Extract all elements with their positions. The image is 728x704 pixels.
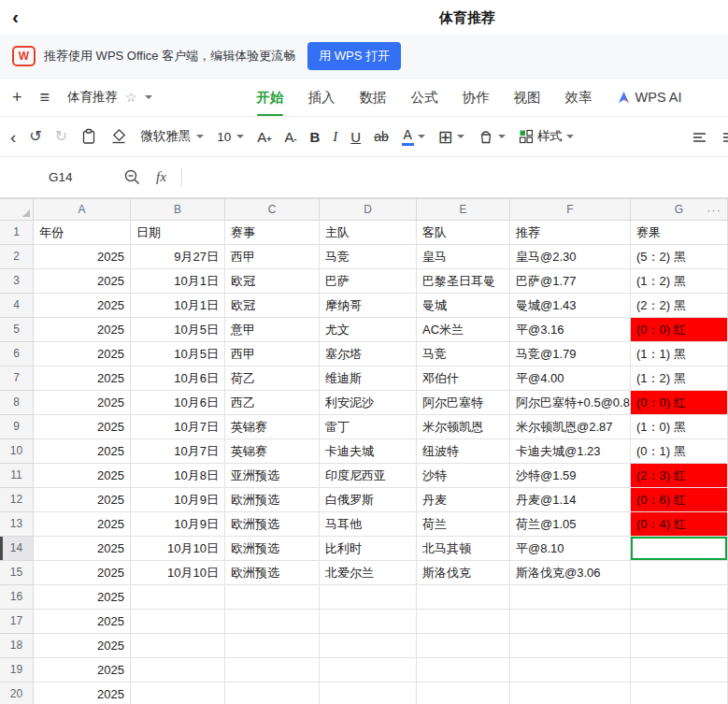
cell-F9[interactable]: 米尔顿凯恩@2.87 [510,415,631,439]
row-number-10[interactable]: 10 [0,439,34,464]
cell-D12[interactable]: 白俄罗斯 [320,488,417,512]
cell-B15[interactable]: 10月10日 [131,561,225,585]
cell-A20[interactable]: 2025 [34,682,131,704]
underline-icon[interactable]: U [350,129,361,145]
cell-E14[interactable]: 北马其顿 [417,537,510,561]
cell-D16[interactable] [320,585,417,610]
clear-format-icon[interactable] [110,128,127,145]
cell-B19[interactable] [131,658,225,682]
fx-icon[interactable]: fx [156,169,166,185]
cell-G15[interactable] [631,561,728,585]
cell-E5[interactable]: AC米兰 [417,318,510,342]
cell-E9[interactable]: 米尔顿凯恩 [417,415,510,439]
cell-A10[interactable]: 2025 [34,439,131,464]
cell-E13[interactable]: 荷兰 [417,512,510,537]
align-vertical-icon[interactable] [721,130,728,145]
cell-C13[interactable]: 欧洲预选 [225,512,320,537]
document-title[interactable]: 体育推荐 [67,89,118,106]
cell-A19[interactable]: 2025 [34,658,131,682]
row-number-8[interactable]: 8 [0,391,34,415]
cell-G6[interactable]: (1：1) 黑 [631,342,728,366]
cell-E4[interactable]: 曼城 [417,294,510,318]
cell-C10[interactable]: 英锦赛 [225,439,320,464]
open-in-wps-button[interactable]: 用 WPS 打开 [307,42,401,70]
cell-A1[interactable]: 年份 [34,221,131,245]
cell-G2[interactable]: (5：2) 黑 [631,245,728,269]
tab-wps-ai[interactable]: WPS AI [617,86,682,108]
row-number-4[interactable]: 4 [0,294,34,318]
cell-C3[interactable]: 欧冠 [225,269,320,294]
cell-G3[interactable]: (1：2) 黑 [631,269,728,294]
cell-G17[interactable] [631,610,728,634]
cell-D4[interactable]: 摩纳哥 [320,294,417,318]
cell-C19[interactable] [225,658,320,682]
cell-G19[interactable] [631,658,728,682]
cell-E16[interactable] [417,585,510,610]
row-number-15[interactable]: 15 [0,561,34,585]
cell-C7[interactable]: 荷乙 [225,366,320,391]
cell-D1[interactable]: 主队 [320,221,417,245]
cell-A7[interactable]: 2025 [34,366,131,391]
cell-E8[interactable]: 阿尔巴塞特 [417,391,510,415]
column-header-a[interactable]: A [34,199,131,221]
cell-F15[interactable]: 斯洛伐克@3.06 [510,561,631,585]
cell-G8[interactable]: (0：0) 红 [631,391,728,415]
cell-A8[interactable]: 2025 [34,391,131,415]
cell-B7[interactable]: 10月6日 [131,366,225,391]
cell-C20[interactable] [225,682,320,704]
cell-E18[interactable] [417,634,510,658]
row-number-3[interactable]: 3 [0,269,34,294]
cell-A11[interactable]: 2025 [34,464,131,488]
tab-view[interactable]: 视图 [514,85,541,110]
cell-D10[interactable]: 卡迪夫城 [320,439,417,464]
row-number-11[interactable]: 11 [0,464,34,488]
decrease-font-icon[interactable]: A- [284,129,296,145]
cell-C15[interactable]: 欧洲预选 [225,561,320,585]
doc-title-chevron-icon[interactable] [145,95,152,99]
cell-B9[interactable]: 10月7日 [131,415,225,439]
column-header-c[interactable]: C [225,199,320,221]
cell-reference[interactable]: G14 [49,170,97,184]
cell-E15[interactable]: 斯洛伐克 [417,561,510,585]
cell-E11[interactable]: 沙特 [417,464,510,488]
cell-D6[interactable]: 塞尔塔 [320,342,417,366]
row-number-14[interactable]: 14 [0,537,34,561]
cell-D11[interactable]: 印度尼西亚 [320,464,417,488]
increase-font-icon[interactable]: A+ [257,129,271,145]
row-number-6[interactable]: 6 [0,342,34,366]
cell-B17[interactable] [131,610,225,634]
cell-A12[interactable]: 2025 [34,488,131,512]
cell-F14[interactable]: 平@8.10 [510,537,631,561]
column-header-f[interactable]: F [510,199,631,221]
cell-B13[interactable]: 10月9日 [131,512,225,537]
cell-G13[interactable]: (0：4) 红 [631,512,728,537]
cell-G1[interactable]: 赛果 [631,221,728,245]
cell-D5[interactable]: 尤文 [320,318,417,342]
cell-B12[interactable]: 10月9日 [131,488,225,512]
new-sheet-icon[interactable]: + [12,88,22,108]
cell-D15[interactable]: 北爱尔兰 [320,561,417,585]
cell-B10[interactable]: 10月7日 [131,439,225,464]
row-number-18[interactable]: 18 [0,634,34,658]
cell-E2[interactable]: 皇马 [417,245,510,269]
cell-F2[interactable]: 皇马@2.30 [510,245,631,269]
cell-B2[interactable]: 9月27日 [131,245,225,269]
cell-D8[interactable]: 利安泥沙 [320,391,417,415]
strikethrough-icon[interactable]: ab [374,129,389,144]
cell-A14[interactable]: 2025 [34,537,131,561]
cell-F3[interactable]: 巴萨@1.77 [510,269,631,294]
cell-B11[interactable]: 10月8日 [131,464,225,488]
cell-E20[interactable] [417,682,510,704]
cell-F1[interactable]: 推荐 [510,221,631,245]
cell-A2[interactable]: 2025 [34,245,131,269]
cell-C12[interactable]: 欧洲预选 [225,488,320,512]
paste-icon[interactable] [80,128,97,145]
cell-A4[interactable]: 2025 [34,294,131,318]
column-header-e[interactable]: E [417,199,510,221]
cell-A3[interactable]: 2025 [34,269,131,294]
cell-D17[interactable] [320,610,417,634]
row-number-16[interactable]: 16 [0,585,34,610]
tab-insert[interactable]: 插入 [308,85,335,110]
cell-F11[interactable]: 沙特@1.59 [510,464,631,488]
cell-B16[interactable] [131,585,225,610]
